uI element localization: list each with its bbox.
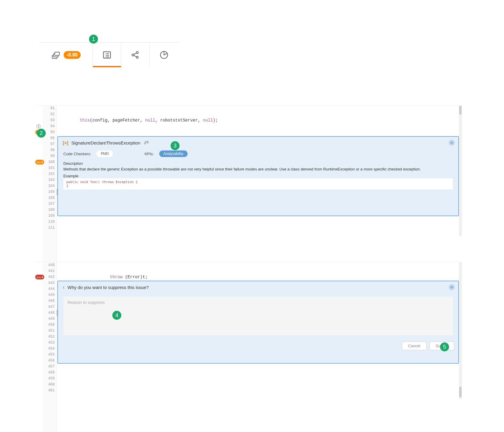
list-icon (102, 50, 112, 60)
kpi-chip[interactable]: Analyzability (159, 150, 188, 157)
tab-files[interactable]: -0.80 (39, 43, 93, 67)
suppress-reason-input[interactable] (63, 296, 453, 335)
issue-badge-gutter: {×}1 (35, 262, 42, 432)
issue-detail-panel: [×] SignatureDeclareThrowsException × Co… (57, 136, 459, 216)
vertical-scrollbar[interactable] (459, 105, 462, 236)
svg-rect-2 (55, 52, 59, 55)
annotation-circle-3: 3 (171, 141, 180, 150)
svg-line-14 (134, 55, 137, 57)
issue-title: SignatureDeclareThrowsException (71, 140, 140, 145)
description-label: Description (63, 161, 453, 166)
description-text: Methods that declare the generic Excepti… (63, 167, 453, 171)
example-code: public void foo() throws Exception { } (63, 178, 453, 190)
annotation-circle-5: 5 (440, 342, 449, 351)
graph-icon (131, 50, 140, 60)
close-icon[interactable]: × (449, 140, 455, 146)
code-checker-chip[interactable]: PMD (96, 150, 113, 157)
cancel-button[interactable]: Cancel (402, 342, 426, 350)
issue-count-badge[interactable]: {×}1 (35, 160, 44, 165)
tab-metrics[interactable] (150, 43, 178, 67)
annotation-circle-1: 1 (89, 35, 98, 44)
tab-dependencies[interactable] (121, 43, 150, 67)
code-checkers-label: Code Checkers: (63, 152, 91, 156)
back-chevron-icon[interactable]: ‹ (63, 284, 65, 290)
pie-icon (159, 50, 169, 60)
tab-issues-list[interactable] (93, 43, 121, 67)
suppress-question: Why do you want to suppress this issue? (68, 285, 149, 290)
stack-icon (51, 50, 61, 60)
issue-count-badge[interactable]: {×}1 (35, 275, 44, 279)
score-badge: -0.80 (64, 51, 80, 59)
annotation-circle-2: 2 (37, 129, 46, 138)
svg-line-13 (134, 53, 137, 54)
info-icon[interactable]: i (36, 124, 41, 128)
vertical-scrollbar[interactable] (459, 262, 462, 399)
example-label: Example (63, 174, 453, 178)
suppress-icon[interactable] (143, 140, 149, 146)
close-icon[interactable]: × (449, 284, 455, 290)
annotation-circle-4: 4 (112, 311, 121, 320)
suppress-panel: ‹ Why do you want to suppress this issue… (57, 281, 459, 364)
line-number-gutter: 440441442443444 445446447448449 45045145… (42, 262, 57, 432)
kpis-label: KPIs: (145, 152, 154, 156)
issue-marker-icon: [×] (63, 140, 68, 145)
toolbar: -0.80 (39, 42, 180, 67)
